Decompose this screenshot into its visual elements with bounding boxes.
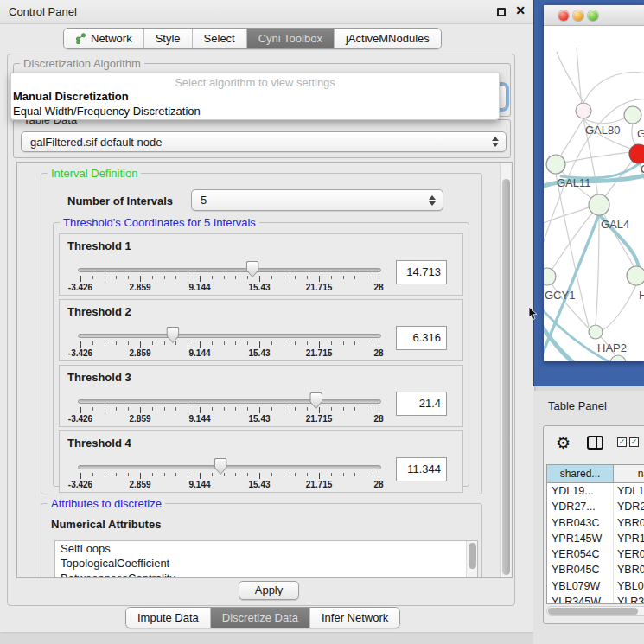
- network-node[interactable]: [589, 325, 603, 339]
- threshold-1-slider-track[interactable]: [78, 268, 381, 272]
- tick-mark: [152, 276, 153, 279]
- gear-icon[interactable]: ⚙: [556, 433, 571, 453]
- thresholds-group: Threshold's Coordinates for 5 Intervals …: [53, 222, 469, 487]
- table-horizontal-scrollbar[interactable]: [546, 606, 644, 616]
- algorithm-option-manual[interactable]: Manual Discretization: [13, 90, 129, 103]
- network-node[interactable]: [610, 355, 626, 361]
- cell-name[interactable]: YPR1: [614, 531, 644, 546]
- cell-name[interactable]: YLR3: [614, 594, 644, 604]
- tab-cyni-toolbox[interactable]: Cyni Toolbox: [247, 29, 335, 48]
- algorithm-option-equal-width[interactable]: Equal Width/Frequency Discretization: [13, 105, 201, 118]
- slider-ruler: [78, 473, 381, 480]
- threshold-4-slider-track[interactable]: [78, 465, 381, 469]
- cell-name[interactable]: YDL1: [614, 483, 644, 499]
- cell-shared-name[interactable]: YLR345W: [547, 594, 614, 604]
- cell-shared-name[interactable]: YBR043C: [547, 515, 614, 531]
- node-label: G.: [637, 127, 644, 140]
- network-canvas[interactable]: GAL80 G. C GAL11 GAL4 GCY1 H HAP2: [544, 26, 644, 361]
- network-node-selected[interactable]: [629, 144, 644, 163]
- cell-shared-name[interactable]: YER054C: [547, 546, 614, 562]
- tab-style[interactable]: Style: [144, 29, 193, 48]
- slider-ruler-labels: -3.4262.8599.14415.4321.71528: [78, 414, 381, 424]
- close-icon[interactable]: ✕: [515, 3, 526, 17]
- checkbox-icon[interactable]: ✓: [617, 437, 627, 447]
- network-node[interactable]: [576, 103, 591, 118]
- table-row[interactable]: YDL19...YDL1: [547, 483, 644, 499]
- network-node[interactable]: [546, 155, 565, 174]
- tick-mark: [295, 276, 296, 279]
- slider-ruler: [78, 341, 381, 348]
- tab-discretize-data[interactable]: Discretize Data: [211, 608, 310, 628]
- combo-arrows-icon: [492, 137, 499, 147]
- table-row[interactable]: YLR345WYLR3: [547, 594, 644, 604]
- cell-name[interactable]: YBR0: [614, 515, 644, 531]
- threshold-3-slider-track[interactable]: [78, 399, 381, 404]
- table-row[interactable]: YER054CYER0: [547, 546, 644, 562]
- tick-mark: [188, 341, 188, 345]
- cell-name[interactable]: YDR2: [614, 499, 644, 514]
- tick-mark: [92, 341, 93, 345]
- network-node[interactable]: [624, 106, 641, 124]
- minimize-traffic-light-icon[interactable]: [573, 10, 583, 21]
- float-window-icon[interactable]: [497, 8, 506, 16]
- tick-mark: [284, 341, 284, 345]
- control-panel-window: Control Panel ✕ Network Style Select Cyn…: [0, 0, 534, 632]
- number-of-intervals-combobox[interactable]: 5: [191, 189, 443, 211]
- threshold-2-value-field[interactable]: 6.316: [396, 326, 447, 350]
- threshold-2-slider-track[interactable]: [78, 334, 381, 338]
- checkbox-icon[interactable]: ✓: [629, 437, 639, 447]
- tick-mark: [200, 276, 201, 282]
- table-row[interactable]: YPR145WYPR1: [547, 531, 644, 546]
- tick-mark: [271, 407, 272, 411]
- close-traffic-light-icon[interactable]: [558, 10, 569, 21]
- tick-label: 21.715: [306, 480, 333, 489]
- tick-mark: [224, 276, 225, 279]
- attribute-list-item[interactable]: TopologicalCoefficient: [55, 556, 477, 571]
- table-data-combobox[interactable]: galFiltered.sif default node: [21, 131, 507, 152]
- network-node[interactable]: [589, 194, 609, 215]
- table-row[interactable]: YBR043CYBR0: [547, 515, 644, 531]
- cell-shared-name[interactable]: YBL079W: [547, 578, 614, 594]
- zoom-traffic-light-icon[interactable]: [588, 10, 598, 21]
- tab-jactivemnodules[interactable]: jActiveMNodules: [335, 29, 441, 48]
- tick-mark: [105, 407, 105, 411]
- threshold-1-value-field[interactable]: 14.713: [396, 260, 447, 284]
- settings-vertical-scrollbar[interactable]: [500, 163, 511, 578]
- tab-select[interactable]: Select: [193, 29, 247, 48]
- node-label: HAP2: [597, 341, 627, 354]
- columns-icon[interactable]: [587, 436, 603, 450]
- tab-impute-data[interactable]: Impute Data: [126, 608, 211, 628]
- table-row[interactable]: YDR27...YDR2: [547, 499, 644, 514]
- threshold-3-value-field[interactable]: 21.4: [396, 392, 447, 416]
- cell-shared-name[interactable]: YDR27...: [547, 499, 614, 514]
- cell-shared-name[interactable]: YDL19...: [547, 483, 614, 499]
- cell-name[interactable]: YBL0: [614, 578, 644, 594]
- tick-mark: [212, 276, 213, 279]
- cell-name[interactable]: YER0: [614, 546, 644, 562]
- column-header-name[interactable]: na: [614, 465, 644, 482]
- cell-shared-name[interactable]: YPR145W: [547, 531, 614, 546]
- apply-button[interactable]: Apply: [239, 581, 299, 600]
- list-scrollbar[interactable]: [466, 541, 477, 578]
- tick-label: 2.859: [129, 480, 150, 489]
- tab-infer-network[interactable]: Infer Network: [310, 608, 399, 628]
- tick-mark: [331, 276, 332, 279]
- attribute-list-item[interactable]: SelfLoops: [55, 541, 477, 556]
- table-row[interactable]: YBL079WYBL0: [547, 578, 644, 594]
- network-node[interactable]: [544, 268, 556, 285]
- cell-shared-name[interactable]: YBR045C: [547, 562, 614, 577]
- mouse-cursor: [528, 307, 539, 321]
- tick-mark: [319, 473, 320, 479]
- network-node[interactable]: [627, 266, 644, 285]
- tick-label: -3.426: [68, 414, 92, 424]
- cell-name[interactable]: YBR0: [614, 562, 644, 577]
- tab-network-label: Network: [91, 32, 132, 45]
- tick-mark: [284, 276, 284, 279]
- threshold-4-value-field[interactable]: 11.344: [396, 457, 447, 481]
- tick-mark: [247, 276, 248, 279]
- attribute-list-item[interactable]: BetweennessCentrality: [55, 571, 477, 578]
- column-header-shared-name[interactable]: shared...: [547, 465, 614, 482]
- numerical-attributes-list[interactable]: SelfLoopsTopologicalCoefficientBetweenne…: [54, 540, 478, 578]
- table-row[interactable]: YBR045CYBR0: [547, 562, 644, 577]
- tab-network[interactable]: Network: [64, 29, 144, 48]
